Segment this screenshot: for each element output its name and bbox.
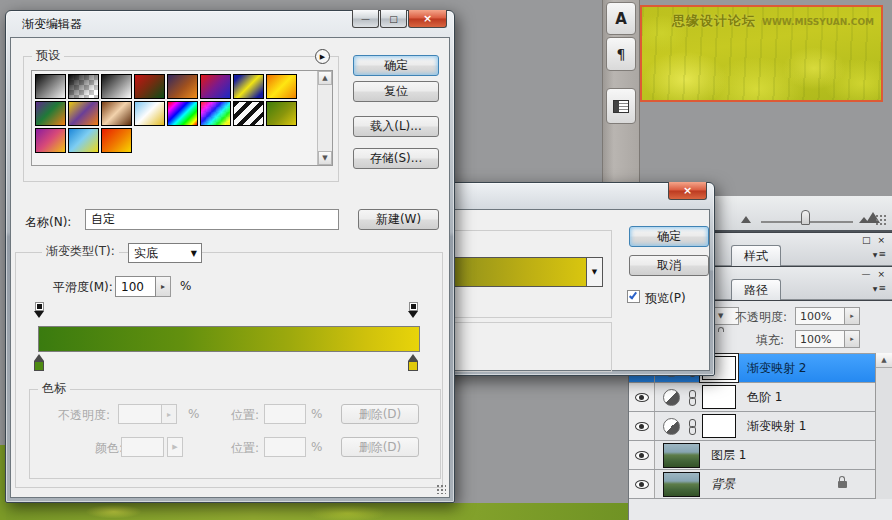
gradient-preset[interactable] <box>200 101 231 126</box>
fill-value[interactable]: 100% <box>795 330 845 348</box>
layer-name[interactable]: 渐变映射 2 <box>747 360 806 377</box>
layer-row-gradient-map-1[interactable]: 渐变映射 1 <box>629 412 875 441</box>
gradient-preset[interactable] <box>35 101 66 126</box>
panel-minimize-icon[interactable]: — <box>861 269 870 279</box>
fill-spinner[interactable]: ▸ <box>845 330 860 348</box>
layer-comps-panel-button[interactable] <box>606 88 636 124</box>
layer-thumbnail[interactable] <box>663 472 700 497</box>
layer-row-layer-1[interactable]: 图层 1 <box>629 441 875 470</box>
smoothness-spinner[interactable]: ▸ <box>156 276 171 297</box>
layer-name[interactable]: 渐变映射 1 <box>747 418 806 435</box>
panel-close-icon[interactable]: × <box>877 269 885 279</box>
maximize-icon[interactable]: □ <box>380 10 407 28</box>
stop-opacity-label: 不透明度: <box>58 407 110 424</box>
gradient-preset[interactable] <box>35 74 66 99</box>
presets-scrollbar[interactable]: ▲ ▼ <box>317 71 332 165</box>
save-button[interactable]: 存储(S)... <box>353 148 439 169</box>
layer-row-background[interactable]: 背景 <box>629 470 875 499</box>
gradient-preset[interactable] <box>266 74 297 99</box>
gradient-preset[interactable] <box>101 128 132 153</box>
opacity-stop-right[interactable] <box>405 302 421 318</box>
name-input[interactable]: 自定 <box>85 209 339 230</box>
panel-resize-grip[interactable] <box>875 214 888 226</box>
gradient-preset[interactable] <box>35 128 66 153</box>
minimize-icon[interactable]: — <box>352 10 379 28</box>
character-panel-button[interactable]: A <box>606 2 636 35</box>
gradient-dropdown-arrow[interactable]: ▼ <box>586 257 603 287</box>
gradient-preset[interactable] <box>266 101 297 126</box>
gradient-bar[interactable] <box>38 326 420 352</box>
smoothness-input[interactable]: 100 <box>115 276 156 297</box>
stop-color-swatch <box>121 437 164 457</box>
gradient-editor-dialog: 渐变编辑器 — □ × 预设 ▶ <box>5 10 455 503</box>
scroll-up-icon[interactable]: ▲ <box>876 353 892 368</box>
adjustment-layer-icon <box>663 418 680 435</box>
new-button[interactable]: 新建(W) <box>358 209 439 230</box>
panel-collapse-icon[interactable]: □ <box>862 235 871 245</box>
gradient-preset[interactable] <box>101 74 132 99</box>
gradient-picker: ▼ <box>452 257 603 287</box>
color-stop-left[interactable] <box>31 354 47 371</box>
visibility-cell[interactable] <box>629 412 655 440</box>
presets-group: 预设 ▶ <box>23 56 339 182</box>
preview-checkbox[interactable] <box>627 290 640 303</box>
chevron-down-icon: ▼ <box>191 249 197 258</box>
opacity-stop-left[interactable] <box>31 302 47 318</box>
gradient-preset[interactable] <box>68 74 99 99</box>
panel-close-icon[interactable]: × <box>877 235 885 245</box>
gradient-preset[interactable] <box>134 74 165 99</box>
layer-name[interactable]: 背景 <box>711 476 735 493</box>
reset-button[interactable]: 复位 <box>353 81 439 102</box>
zoom-slider-thumb[interactable] <box>801 210 810 225</box>
gradient-preset[interactable] <box>167 74 198 99</box>
gradient-preset[interactable] <box>233 74 264 99</box>
scroll-down-icon[interactable]: ▼ <box>318 151 332 165</box>
layer-mask-thumbnail[interactable] <box>702 414 736 438</box>
layers-scrollbar[interactable]: ▲ <box>875 353 892 499</box>
scroll-up-icon[interactable]: ▲ <box>318 71 332 85</box>
gradient-preset[interactable] <box>233 101 264 126</box>
gradient-preset[interactable] <box>68 101 99 126</box>
paragraph-panel-button[interactable]: ¶ <box>606 37 636 71</box>
ok-button[interactable]: 确定 <box>353 55 439 76</box>
tab-styles[interactable]: 样式 <box>731 245 781 267</box>
gradient-type-label: 渐变类型(T): <box>42 244 119 259</box>
gradient-preset[interactable] <box>167 101 198 126</box>
cancel-button[interactable]: 取消 <box>629 255 709 276</box>
eye-icon <box>635 480 649 489</box>
gradient-preset[interactable] <box>101 101 132 126</box>
gradient-preset[interactable] <box>68 128 99 153</box>
layer-row-levels-1[interactable]: 色阶 1 <box>629 383 875 412</box>
load-button[interactable]: 载入(L)... <box>353 116 439 137</box>
gradient-editor-client: 预设 ▶ <box>10 37 450 498</box>
document-canvas[interactable]: 思缘设计论坛 WWW.MISSYUAN.COM <box>640 5 883 102</box>
close-icon[interactable]: × <box>408 10 447 28</box>
gradient-type-dropdown[interactable]: 实底 ▼ <box>128 243 202 263</box>
color-stop-right[interactable] <box>405 354 421 371</box>
tab-paths[interactable]: 路径 <box>731 279 781 301</box>
layer-thumbnail[interactable] <box>663 443 700 468</box>
dialog-resize-grip[interactable] <box>436 484 446 494</box>
stop-location-input <box>264 437 306 457</box>
visibility-cell[interactable] <box>629 470 655 498</box>
watermark-title: 思缘设计论坛 <box>672 12 756 30</box>
visibility-cell[interactable] <box>629 441 655 469</box>
styles-panel-menu-icon[interactable]: ▼ ≡ <box>873 249 886 259</box>
ok-button[interactable]: 确定 <box>629 226 709 247</box>
canvas-image-bottom <box>0 503 632 520</box>
stop-opacity-spinner: ▸ <box>162 404 177 424</box>
layer-mask-thumbnail[interactable] <box>702 385 736 409</box>
layer-name[interactable]: 图层 1 <box>711 447 746 464</box>
gradient-map-preview[interactable] <box>452 257 586 287</box>
gradient-preset[interactable] <box>200 74 231 99</box>
zoom-out-mountain-icon[interactable] <box>741 216 751 223</box>
gradient-preset[interactable] <box>134 101 165 126</box>
paths-panel-menu-icon[interactable]: ▼ ≡ <box>873 283 886 293</box>
close-icon[interactable]: × <box>668 182 707 200</box>
eye-icon <box>635 393 649 402</box>
opacity-value[interactable]: 100% <box>795 307 845 325</box>
presets-menu-icon[interactable]: ▶ <box>315 49 330 64</box>
opacity-spinner[interactable]: ▸ <box>845 307 860 325</box>
layer-name[interactable]: 色阶 1 <box>747 389 782 406</box>
visibility-cell[interactable] <box>629 383 655 411</box>
